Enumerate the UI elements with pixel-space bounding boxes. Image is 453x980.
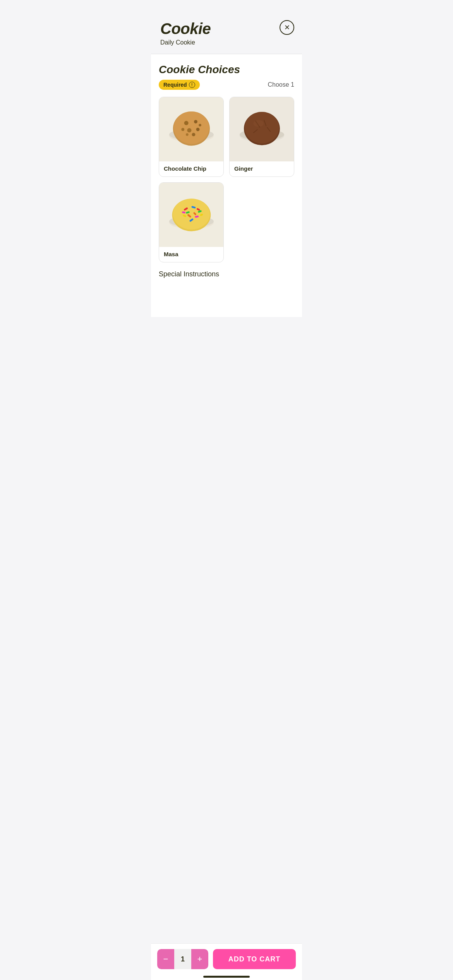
chocolate-chip-svg — [166, 104, 217, 155]
special-instructions-section: Special Instructions — [159, 270, 294, 278]
svg-point-6 — [187, 128, 191, 132]
special-instructions-label: Special Instructions — [159, 270, 294, 278]
svg-point-5 — [194, 120, 197, 123]
ginger-svg — [236, 104, 288, 155]
cookie-image-chocolate-chip — [159, 97, 223, 161]
close-button[interactable]: ✕ — [280, 20, 294, 35]
svg-point-9 — [192, 133, 195, 136]
svg-point-20 — [253, 120, 264, 127]
header: Cookie Daily Cookie ✕ — [151, 0, 302, 54]
cookie-name-ginger: Ginger — [230, 161, 294, 176]
header-subtitle: Daily Cookie — [160, 39, 293, 46]
close-icon: ✕ — [284, 23, 290, 32]
required-badge: Required ! — [159, 80, 200, 90]
main-content: Cookie Choices Required ! Choose 1 — [151, 54, 302, 317]
svg-point-10 — [186, 133, 189, 136]
svg-point-11 — [199, 124, 201, 127]
svg-point-8 — [181, 128, 184, 131]
svg-point-15 — [245, 112, 279, 144]
cookie-name-masa: Masa — [159, 247, 223, 262]
svg-point-3 — [174, 111, 209, 144]
info-icon: ! — [189, 82, 195, 88]
required-label: Required — [163, 82, 187, 88]
cookie-grid: Chocolate Chip — [159, 97, 294, 262]
cookie-card-ginger[interactable]: Ginger — [229, 97, 294, 177]
svg-point-7 — [196, 128, 199, 131]
svg-point-4 — [184, 121, 188, 125]
cookie-card-chocolate-chip[interactable]: Chocolate Chip — [159, 97, 224, 177]
page-title: Cookie — [160, 20, 293, 38]
svg-point-24 — [173, 199, 209, 230]
masa-svg — [166, 189, 217, 241]
choose-label: Choose 1 — [268, 81, 295, 88]
cookie-card-masa[interactable]: Masa — [159, 182, 224, 262]
section-title: Cookie Choices — [159, 63, 294, 76]
cookie-name-chocolate-chip: Chocolate Chip — [159, 161, 223, 176]
cookie-image-masa — [159, 183, 223, 247]
section-meta: Required ! Choose 1 — [159, 80, 294, 90]
cookie-image-ginger — [230, 97, 294, 161]
